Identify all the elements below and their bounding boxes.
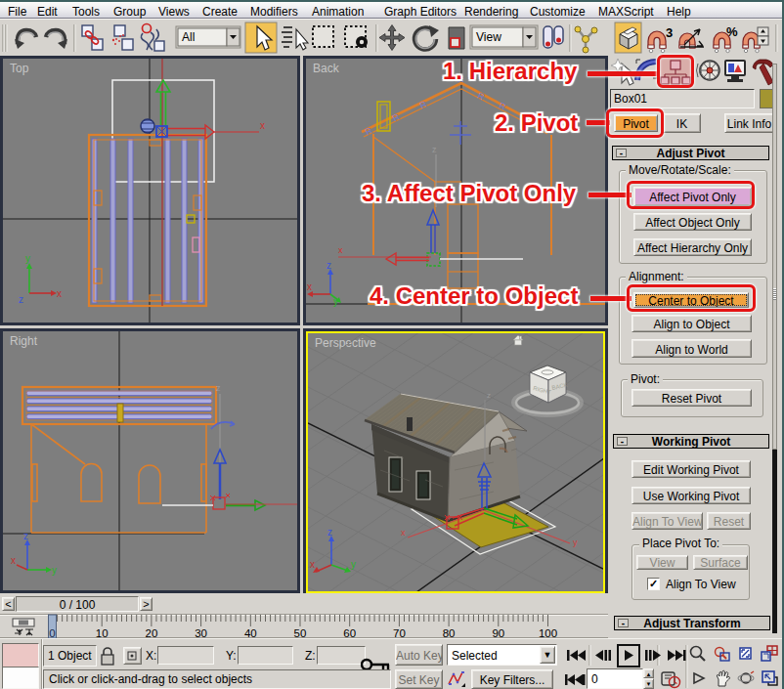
- svg-text:x: x: [307, 281, 312, 292]
- svg-text:0: 0: [49, 627, 55, 638]
- svg-text:z: z: [327, 260, 331, 271]
- svg-text:x: x: [57, 288, 62, 299]
- svg-text:3: 3: [666, 25, 673, 40]
- svg-text:10: 10: [96, 627, 109, 638]
- svg-text:z: z: [327, 527, 332, 538]
- svg-text:View: View: [476, 30, 501, 44]
- svg-text:z: z: [19, 294, 23, 305]
- svg-text:20: 20: [146, 627, 158, 638]
- svg-text:x: x: [310, 559, 315, 570]
- svg-text:z: z: [216, 383, 221, 393]
- svg-text:40: 40: [244, 627, 257, 638]
- svg-text:90: 90: [492, 627, 504, 638]
- svg-text:z: z: [432, 145, 437, 154]
- svg-text:All: All: [182, 30, 195, 44]
- svg-text:z: z: [23, 531, 28, 541]
- svg-text:x: x: [401, 528, 406, 538]
- svg-text:30: 30: [195, 627, 207, 638]
- svg-text:y: y: [333, 296, 338, 307]
- svg-text:y: y: [52, 565, 57, 576]
- svg-text:z: z: [487, 391, 491, 400]
- svg-text:100: 100: [539, 627, 557, 638]
- svg-text:80: 80: [443, 627, 456, 638]
- svg-text:y: y: [25, 253, 30, 264]
- svg-text:x: x: [11, 555, 16, 566]
- svg-text:70: 70: [393, 627, 406, 638]
- svg-text:50: 50: [294, 627, 307, 638]
- svg-text:%: %: [726, 24, 738, 39]
- svg-text:y: y: [573, 538, 578, 547]
- svg-text:y: y: [351, 559, 356, 570]
- svg-text:60: 60: [343, 627, 356, 638]
- svg-text:x: x: [338, 245, 343, 255]
- svg-text:x: x: [260, 120, 265, 131]
